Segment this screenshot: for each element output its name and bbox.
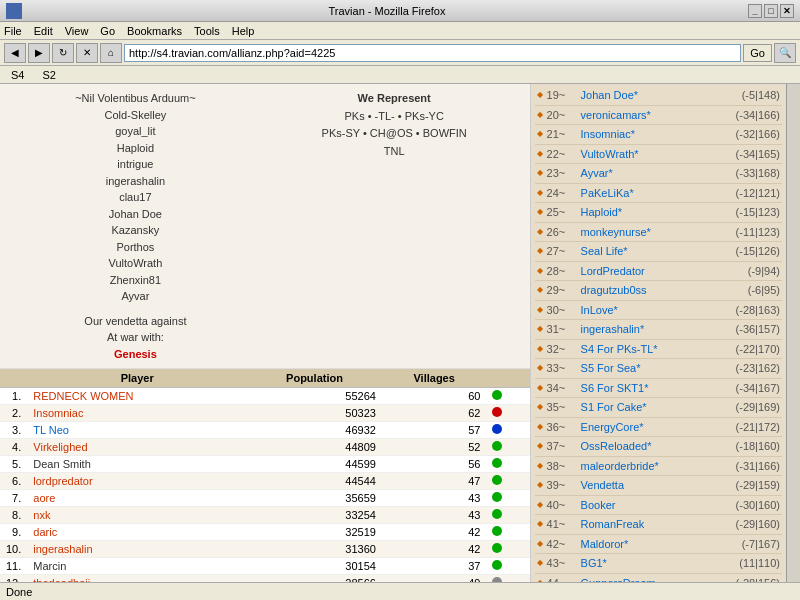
player-link[interactable]: Maldoror* (581, 536, 629, 553)
player-link[interactable]: S1 For Cake* (581, 399, 647, 416)
player-link[interactable]: Vendetta (581, 477, 624, 494)
rank-number: 20~ (547, 107, 577, 124)
reload-button[interactable]: ↻ (52, 43, 74, 63)
menu-file[interactable]: File (4, 25, 22, 37)
player-link[interactable]: VultoWrath* (581, 146, 639, 163)
rank-number: 22~ (547, 146, 577, 163)
rank-number: 21~ (547, 126, 577, 143)
menu-bookmarks[interactable]: Bookmarks (127, 25, 182, 37)
menu-edit[interactable]: Edit (34, 25, 53, 37)
player-link[interactable]: LordPredator (581, 263, 645, 280)
player-link[interactable]: Johan Doe* (581, 87, 639, 104)
player-name-cell[interactable]: Insomniac (27, 405, 247, 422)
player-link[interactable]: dragutzub0ss (581, 282, 647, 299)
bullet-icon: ◆ (537, 148, 543, 160)
table-row: 1. REDNECK WOMEN 55264 60 (0, 388, 530, 405)
player-name-cell[interactable]: Dean Smith (27, 456, 247, 473)
rank-number: 32~ (547, 341, 577, 358)
member-list: ~Nil Volentibus Arduum~ Cold-Skelley goy… (6, 90, 265, 362)
player-name-cell[interactable]: lordpredator (27, 473, 247, 490)
player-link[interactable]: Haploid* (581, 204, 623, 221)
bullet-icon: ◆ (537, 284, 543, 296)
bullet-icon: ◆ (537, 265, 543, 277)
member-3: Haploid (6, 140, 265, 157)
bullet-icon: ◆ (537, 323, 543, 335)
rank-number: 36~ (547, 419, 577, 436)
forward-button[interactable]: ▶ (28, 43, 50, 63)
player-name-cell[interactable]: daric (27, 524, 247, 541)
player-link[interactable]: EnergyCore* (581, 419, 644, 436)
back-button[interactable]: ◀ (4, 43, 26, 63)
player-link[interactable]: BG1* (581, 555, 607, 572)
player-link[interactable]: veronicamars* (581, 107, 651, 124)
scrollbar[interactable] (786, 84, 800, 600)
player-link[interactable]: ingerashalin* (581, 321, 645, 338)
minimize-button[interactable]: _ (748, 4, 762, 18)
menu-tools[interactable]: Tools (194, 25, 220, 37)
status-dot-cell (486, 558, 529, 575)
window-controls[interactable]: _ □ ✕ (748, 4, 794, 18)
player-name-cell[interactable]: REDNECK WOMEN (27, 388, 247, 405)
address-bar[interactable] (124, 44, 741, 62)
col-status (486, 369, 529, 388)
rankings-table: Player Population Villages 1. REDNECK WO… (0, 369, 530, 600)
browser-title: Travian - Mozilla Firefox (26, 5, 748, 17)
rank-number: 28~ (547, 263, 577, 280)
maximize-button[interactable]: □ (764, 4, 778, 18)
player-name-cell[interactable]: TL Neo (27, 422, 247, 439)
player-name-cell[interactable]: nxk (27, 507, 247, 524)
player-link[interactable]: Booker (581, 497, 616, 514)
rank-number: 25~ (547, 204, 577, 221)
player-name-cell[interactable]: ingerashalin (27, 541, 247, 558)
tab-s2[interactable]: S2 (35, 67, 62, 83)
nav-tabs: S4 S2 (0, 66, 800, 84)
menu-view[interactable]: View (65, 25, 89, 37)
member-1: Cold-Skelley (6, 107, 265, 124)
player-link[interactable]: S4 For PKs-TL* (581, 341, 658, 358)
player-name-cell[interactable]: Virkelighed (27, 439, 247, 456)
home-button[interactable]: ⌂ (100, 43, 122, 63)
player-link[interactable]: S6 For SKT1* (581, 380, 649, 397)
search-button[interactable]: 🔍 (774, 43, 796, 63)
score: (11|110) (739, 555, 780, 572)
list-item: ◆ 27~ Seal Life* (-15|126) (535, 242, 782, 262)
player-link[interactable]: OssReloaded* (581, 438, 652, 455)
bullet-icon: ◆ (537, 421, 543, 433)
rank-number: 38~ (547, 458, 577, 475)
member-10: VultoWrath (6, 255, 265, 272)
stop-button[interactable]: ✕ (76, 43, 98, 63)
player-link[interactable]: Insomniac* (581, 126, 635, 143)
close-button[interactable]: ✕ (780, 4, 794, 18)
tab-s4[interactable]: S4 (4, 67, 31, 83)
rank-number: 39~ (547, 477, 577, 494)
player-link[interactable]: PaKeLiKa* (581, 185, 634, 202)
list-item: ◆ 29~ dragutzub0ss (-6|95) (535, 281, 782, 301)
menu-go[interactable]: Go (100, 25, 115, 37)
member-5: ingerashalin (6, 173, 265, 190)
player-name-cell[interactable]: aore (27, 490, 247, 507)
villages-cell: 42 (382, 524, 487, 541)
bullet-icon: ◆ (537, 479, 543, 491)
represent-1: PKs • -TL- • PKs-YC (265, 108, 524, 126)
player-link[interactable]: InLove* (581, 302, 618, 319)
player-name-cell[interactable]: Marcin (27, 558, 247, 575)
table-row: 6. lordpredator 44544 47 (0, 473, 530, 490)
war-target[interactable]: Genesis (6, 346, 265, 363)
player-link[interactable]: monkeynurse* (581, 224, 651, 241)
villages-cell: 52 (382, 439, 487, 456)
player-link[interactable]: Seal Life* (581, 243, 628, 260)
score: (-12|121) (736, 185, 780, 202)
rank-cell: 11. (0, 558, 27, 575)
population-cell: 46932 (247, 422, 382, 439)
score: (-15|126) (736, 243, 780, 260)
player-link[interactable]: Ayvar* (581, 165, 613, 182)
player-link[interactable]: RomanFreak (581, 516, 645, 533)
player-link[interactable]: S5 For Sea* (581, 360, 641, 377)
score: (-33|168) (736, 165, 780, 182)
go-button[interactable]: Go (743, 44, 772, 62)
player-link[interactable]: maleorderbride* (581, 458, 659, 475)
rank-number: 40~ (547, 497, 577, 514)
menu-help[interactable]: Help (232, 25, 255, 37)
bullet-icon: ◆ (537, 518, 543, 530)
list-item: ◆ 23~ Ayvar* (-33|168) (535, 164, 782, 184)
